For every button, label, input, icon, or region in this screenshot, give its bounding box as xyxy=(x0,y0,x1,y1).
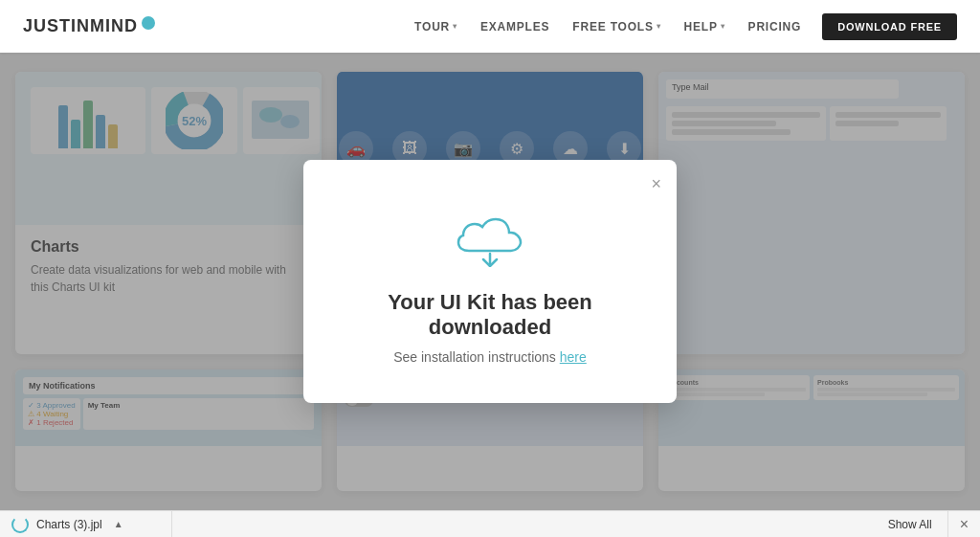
modal-title: Your UI Kit has been downloaded xyxy=(342,290,638,340)
download-item: Charts (3).jpl ▲ xyxy=(0,511,172,537)
download-spinner xyxy=(11,516,29,533)
logo[interactable]: JUSTINMIND xyxy=(23,16,155,37)
nav-item-pricing[interactable]: PRICING xyxy=(739,14,812,39)
nav-item-examples[interactable]: EXAMPLES xyxy=(471,14,559,39)
nav-label-help: HELP xyxy=(684,20,718,34)
nav-item-help[interactable]: HELP ▾ xyxy=(675,14,735,39)
chevron-down-icon-3: ▾ xyxy=(721,22,725,31)
nav-label-pricing: PRICING xyxy=(748,20,802,34)
nav-label-tour: TOUR xyxy=(414,20,450,34)
show-all-button[interactable]: Show All xyxy=(873,511,948,537)
cloud-download-icon xyxy=(342,206,638,271)
chevron-down-icon: ▾ xyxy=(453,22,457,31)
close-download-bar-button[interactable]: × xyxy=(948,511,980,537)
download-bar: Charts (3).jpl ▲ Show All × xyxy=(0,510,980,537)
modal-subtitle: See installation instructions here xyxy=(342,349,638,365)
nav-item-tour[interactable]: TOUR ▾ xyxy=(405,14,467,39)
logo-dot xyxy=(142,16,155,30)
nav-item-free-tools[interactable]: FREE TOOLS ▾ xyxy=(563,14,670,39)
download-modal: × Your UI Kit has been downloaded See in… xyxy=(303,160,677,403)
navbar: JUSTINMIND TOUR ▾ EXAMPLES FREE TOOLS ▾ … xyxy=(0,0,980,53)
modal-overlay: × Your UI Kit has been downloaded See in… xyxy=(0,53,980,510)
nav-label-free-tools: FREE TOOLS xyxy=(572,20,653,34)
nav-links: TOUR ▾ EXAMPLES FREE TOOLS ▾ HELP ▾ PRIC… xyxy=(405,13,957,40)
nav-label-examples: EXAMPLES xyxy=(480,20,549,34)
modal-close-button[interactable]: × xyxy=(651,175,661,192)
download-filename: Charts (3).jpl xyxy=(36,518,102,531)
installation-link[interactable]: here xyxy=(560,349,587,365)
chevron-down-icon-2: ▾ xyxy=(657,22,661,31)
chevron-up-icon[interactable]: ▲ xyxy=(114,519,123,529)
download-free-button[interactable]: DOWNLOAD FREE xyxy=(822,13,957,40)
logo-text: JUSTINMIND xyxy=(23,16,138,36)
